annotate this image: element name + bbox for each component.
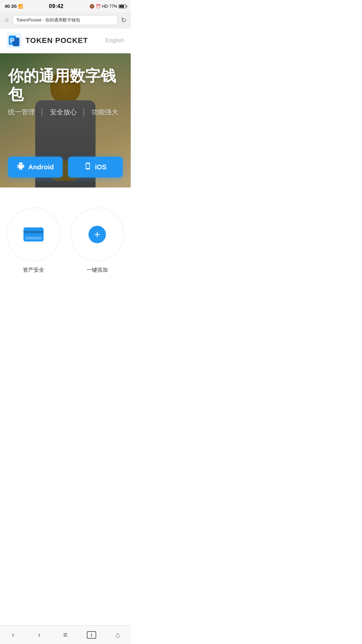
hero-title: 你的通用数字钱包: [8, 67, 123, 104]
svg-text:P: P: [10, 37, 14, 44]
battery-percent: 77%: [109, 4, 117, 9]
subtitle-manage: 统一管理: [8, 108, 35, 117]
feature-card-wallet: 资产安全: [7, 208, 60, 274]
features-grid: 资产安全 + 一键添加: [7, 208, 124, 274]
android-button-label: Android: [28, 163, 54, 171]
android-download-button[interactable]: Android: [8, 157, 63, 177]
status-bar: 4G 2G 📶 09:42 🔕 ⏰ HD 77%: [0, 0, 131, 12]
signal-2g: 2G: [11, 4, 17, 9]
logo-icon: P: [7, 33, 22, 48]
feature-card-add: + 一键添加: [70, 208, 124, 274]
logo-area: P TOKEN POCKET: [7, 33, 88, 48]
alarm-icon: 🔕: [89, 4, 95, 9]
wallet-stripe: [23, 231, 44, 233]
subtitle-powerful: 功能强大: [92, 108, 118, 117]
language-button[interactable]: English: [105, 37, 124, 44]
hero-buttons: Android iOS: [8, 157, 123, 177]
feature-label-add: 一键添加: [86, 267, 108, 274]
ios-icon: [84, 162, 92, 172]
ios-download-button[interactable]: iOS: [68, 157, 123, 177]
status-right-icons: 🔕 ⏰ HD 77%: [89, 4, 126, 9]
hero-subtitle: 统一管理 │ 安全放心 │ 功能强大: [8, 108, 123, 117]
hero-section: 你的通用数字钱包 统一管理 │ 安全放心 │ 功能强大 Android: [0, 53, 131, 187]
wallet-icon: [23, 227, 44, 241]
browser-bar: ☆ TokenPocket - 你的通用数字钱包 ↻: [0, 12, 131, 28]
subtitle-safe: 安全放心: [50, 108, 77, 117]
alarm-clock-icon: ⏰: [96, 4, 101, 9]
feature-label-wallet: 资产安全: [23, 267, 44, 274]
battery-icon: [119, 4, 126, 8]
hd-icon: HD: [102, 4, 108, 9]
hero-content: 你的通用数字钱包 统一管理 │ 安全放心 │ 功能强大 Android: [0, 53, 131, 187]
logo-text: TOKEN POCKET: [25, 36, 88, 45]
signal-4g: 4G: [5, 4, 10, 9]
android-icon: [17, 162, 25, 172]
refresh-icon[interactable]: ↻: [121, 16, 127, 24]
subtitle-divider-2: │: [82, 108, 86, 116]
status-signals: 4G 2G 📶: [5, 4, 23, 9]
features-section: 资产安全 + 一键添加: [0, 187, 131, 284]
status-time: 09:42: [49, 3, 63, 9]
subtitle-divider-1: │: [40, 108, 45, 116]
wallet-card-icon: [23, 227, 44, 241]
ios-button-label: iOS: [95, 163, 106, 171]
plus-icon: +: [88, 226, 106, 243]
wifi-icon: 📶: [18, 4, 23, 9]
url-bar[interactable]: TokenPocket - 你的通用数字钱包: [13, 15, 118, 25]
header-nav: P TOKEN POCKET English: [0, 28, 131, 53]
feature-circle-wallet: [7, 208, 60, 261]
bookmark-icon[interactable]: ☆: [4, 16, 9, 24]
feature-circle-add: +: [70, 208, 124, 261]
